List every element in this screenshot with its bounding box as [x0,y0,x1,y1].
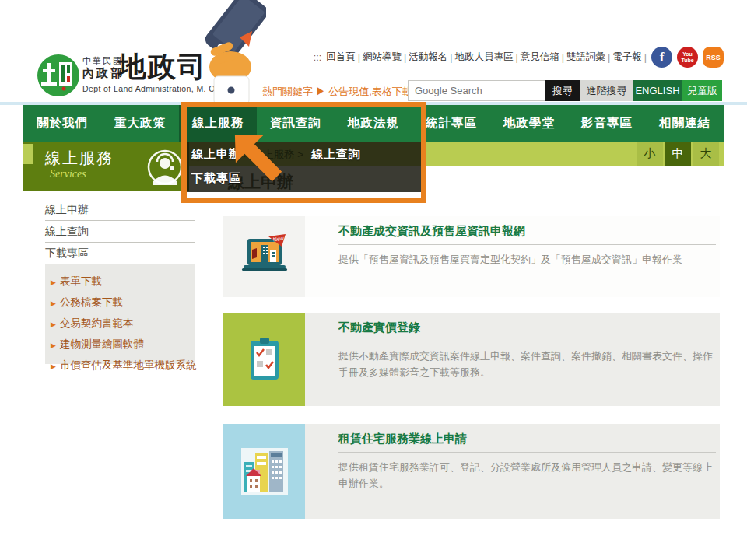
nav-land-academy[interactable]: 地政學堂 [490,105,568,142]
facebook-icon[interactable]: f [651,47,672,68]
card-rental-housing-application[interactable]: 租賃住宅服務業線上申請 提供租賃住宅服務業許可、登記、分設營業處所及僱用管理人員… [223,424,720,519]
card-title-rental-application[interactable]: 租賃住宅服務業線上申請 [338,432,716,453]
font-size-medium-button[interactable]: 中 [665,142,691,166]
card-desc-presale-reporting: 提供「預售屋資訊及預售屋買賣定型化契約」及「預售屋成交資訊」申報作業 [338,251,716,268]
nav-related-links[interactable]: 相關連結 [646,105,724,142]
dropdown-item-online-query[interactable]: 線上查詢 [311,147,361,162]
triangle-bullet-icon: ▶ [51,341,56,349]
phone-in-hand-illustration-icon [191,0,266,107]
buildings-icon[interactable] [223,424,305,519]
triangle-bullet-icon: ▶ [51,320,56,328]
sidebar-link-survey-software[interactable]: ▶建物測量繪圖軟體 [51,334,191,355]
land-administration-homepage: 中華民國 內政部 地政司 Dept of Land Administration… [0,0,747,560]
nav-major-policies[interactable]: 重大政策 [101,105,179,142]
top-link-glossary[interactable]: 雙語詞彙 [566,51,605,64]
sidebar-item-online-application[interactable]: 線上申辦 [45,199,195,221]
sidebar-subtitle: Services [50,168,86,180]
sidebar-link-contract-templates[interactable]: ▶交易契約書範本 [51,313,191,334]
search-button[interactable]: 搜尋 [545,80,580,101]
advanced-search-button[interactable]: 進階搜尋 [580,80,633,101]
top-link-mailbox[interactable]: 意見信箱 [521,51,559,64]
headset-support-icon [146,146,184,191]
card-title-price-registration[interactable]: 不動產實價登錄 [338,320,716,341]
font-size-large-button[interactable]: 大 [693,142,719,166]
kids-version-button[interactable]: 兒童版 [682,80,722,101]
accessibility-marker: ::: [314,52,321,63]
sidebar-title: 線上服務 [45,148,114,169]
sidebar-download-box: ▶表單下載 ▶公務檔案下載 ▶交易契約書範本 ▶建物測量繪圖軟體 ▶市價查估及基… [45,264,195,364]
top-link-sitemap[interactable]: 網站導覽 [363,51,402,64]
sidebar-item-download-zone[interactable]: 下載專區 [45,243,195,264]
card-desc-price-registration: 提供不動產實際成交資訊案件線上申報、案件查詢、案件撤銷、相關書表文件、操作手冊及… [338,348,716,381]
english-button[interactable]: ENGLISH [633,80,682,101]
font-size-small-button[interactable]: 小 [637,142,663,166]
sidebar-menu: 線上申辦 線上查詢 下載專區 ▶表單下載 ▶公務檔案下載 ▶交易契約書範本 ▶建… [45,199,195,364]
sidebar-item-online-query[interactable]: 線上查詢 [45,221,195,243]
sidebar-accent [23,144,33,164]
nav-about[interactable]: 關於我們 [23,105,101,142]
search-input[interactable] [408,80,546,101]
annotation-arrow-icon [219,118,296,199]
card-desc-rental-application: 提供租賃住宅服務業許可、登記、分設營業處所及僱用管理人員之申請、變更等線上申辦作… [338,459,716,492]
triangle-bullet-icon: ▶ [51,299,56,307]
triangle-bullet-icon: ▶ [51,278,56,286]
card-actual-price-registration[interactable]: 不動產實價登錄 提供不動產實際成交資訊案件線上申報、案件查詢、案件撤銷、相關書表… [223,313,720,406]
top-link-staff-zone[interactable]: 地政人員專區 [455,51,514,64]
top-links: ::: 回首頁 | 網站導覽 | 活動報名 | 地政人員專區 | 意見信箱 | … [314,47,724,68]
clipboard-checklist-icon[interactable] [223,313,305,406]
card-presale-housing-reporting[interactable]: New 不動產成交資訊及預售屋資訊申報網 提供「預售屋資訊及預售屋買賣定型化契約… [223,216,720,297]
sidebar-link-official-files[interactable]: ▶公務檔案下載 [51,292,191,313]
sidebar-link-form-download[interactable]: ▶表單下載 [51,271,191,292]
rss-icon[interactable]: RSS [703,47,724,68]
sidebar-header: 線上服務 Services [23,142,189,191]
font-size-controls: 小 中 大 [637,142,719,166]
top-link-newsletter[interactable]: 電子報 [612,51,642,64]
card-title-presale-reporting[interactable]: 不動產成交資訊及預售屋資訊申報網 [338,224,716,245]
sidebar-link-valuation-system[interactable]: ▶市價查估及基準地單機版系統 [51,355,191,376]
nav-media[interactable]: 影音專區 [568,105,646,142]
land-admin-logo-icon[interactable] [36,53,81,101]
top-link-events[interactable]: 活動報名 [409,51,447,64]
laptop-report-icon[interactable]: New [223,216,305,297]
top-link-home[interactable]: 回首頁 [326,51,356,64]
triangle-bullet-icon: ▶ [51,362,56,370]
youtube-icon[interactable]: You Tube [677,47,698,68]
